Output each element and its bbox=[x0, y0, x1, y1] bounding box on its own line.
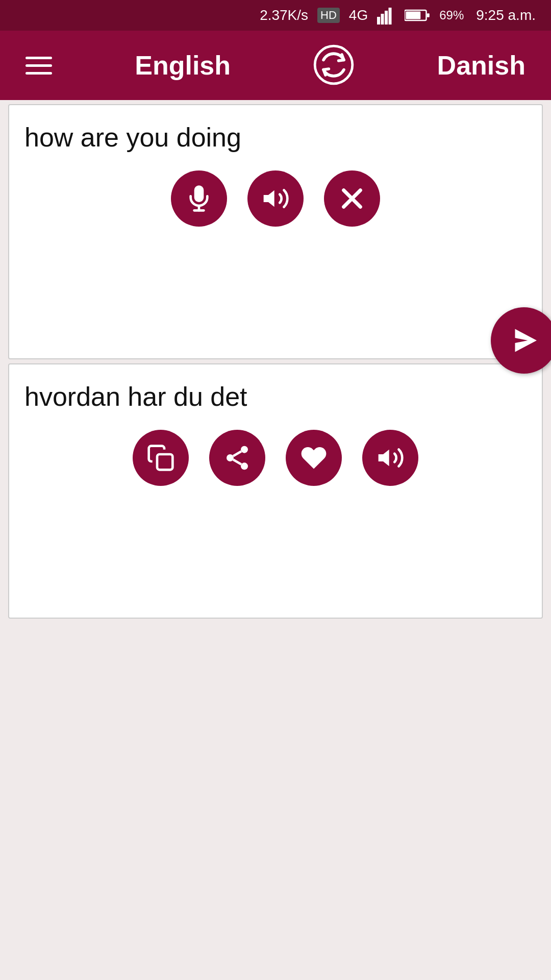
close-icon bbox=[338, 184, 366, 213]
favorite-button[interactable] bbox=[286, 430, 342, 486]
microphone-button[interactable] bbox=[171, 170, 227, 227]
status-bar: 2.37K/s HD 4G 69% 9:25 a.m. bbox=[0, 0, 551, 31]
svg-point-15 bbox=[241, 446, 248, 453]
svg-rect-0 bbox=[377, 17, 380, 24]
svg-rect-14 bbox=[157, 454, 172, 470]
source-panel: how are you doing bbox=[8, 104, 543, 359]
network-speed: 2.37K/s bbox=[260, 7, 308, 23]
signal-type: 4G bbox=[349, 7, 368, 23]
svg-point-16 bbox=[227, 454, 234, 461]
svg-rect-1 bbox=[381, 14, 384, 24]
svg-point-7 bbox=[315, 46, 353, 84]
share-button[interactable] bbox=[209, 430, 265, 486]
translated-text: hvordan har du det bbox=[24, 380, 527, 414]
target-language-label[interactable]: Danish bbox=[437, 50, 525, 81]
share-icon bbox=[223, 444, 252, 472]
swap-icon bbox=[313, 44, 354, 85]
microphone-icon bbox=[185, 184, 213, 213]
heart-icon bbox=[299, 444, 328, 472]
svg-marker-13 bbox=[515, 329, 537, 352]
svg-marker-20 bbox=[379, 449, 389, 466]
battery-icon bbox=[405, 6, 430, 24]
svg-rect-5 bbox=[406, 12, 421, 19]
battery-percent: 69% bbox=[439, 8, 464, 22]
speak-source-button[interactable] bbox=[247, 170, 304, 227]
hd-badge: HD bbox=[317, 8, 340, 23]
svg-line-18 bbox=[233, 459, 241, 464]
svg-rect-3 bbox=[389, 8, 392, 24]
svg-rect-6 bbox=[427, 13, 430, 17]
translated-actions bbox=[24, 430, 527, 491]
copy-button[interactable] bbox=[133, 430, 189, 486]
menu-button[interactable] bbox=[26, 57, 52, 75]
svg-point-17 bbox=[241, 462, 248, 470]
time-display: 9:25 a.m. bbox=[476, 7, 536, 23]
source-language-label[interactable]: English bbox=[135, 50, 231, 81]
swap-languages-button[interactable] bbox=[313, 44, 354, 87]
speaker-icon bbox=[261, 184, 290, 213]
translated-panel: hvordan har du det bbox=[8, 363, 543, 619]
translate-button[interactable] bbox=[491, 307, 551, 374]
send-icon bbox=[509, 325, 539, 356]
svg-line-19 bbox=[233, 451, 241, 456]
speaker-translation-icon bbox=[376, 444, 405, 472]
menu-line-3 bbox=[26, 72, 52, 75]
copy-icon bbox=[146, 444, 175, 472]
source-actions bbox=[24, 170, 527, 232]
svg-rect-2 bbox=[385, 11, 388, 24]
menu-line-1 bbox=[26, 57, 52, 59]
toolbar: English Danish bbox=[0, 31, 551, 100]
source-text[interactable]: how are you doing bbox=[24, 120, 527, 155]
menu-line-2 bbox=[26, 64, 52, 67]
speak-translation-button[interactable] bbox=[362, 430, 418, 486]
signal-bars-icon bbox=[377, 6, 395, 24]
svg-marker-10 bbox=[264, 190, 274, 207]
clear-button[interactable] bbox=[324, 170, 380, 227]
